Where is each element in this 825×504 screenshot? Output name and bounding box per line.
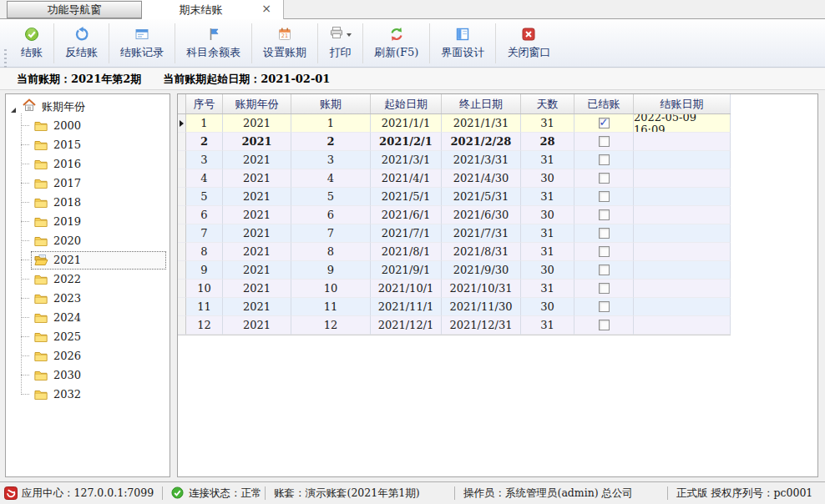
tree-item-year[interactable]: 2025 [31, 327, 170, 346]
closed-checkbox[interactable] [599, 154, 610, 165]
panel-splitter[interactable] [171, 93, 176, 477]
column-header-start-date[interactable]: 起始日期 [371, 94, 442, 113]
toolbar-button-label: 打印 [330, 45, 352, 60]
table-row[interactable]: 2 2021 2 2021/2/1 2021/2/28 28 [178, 133, 731, 151]
closed-checkbox[interactable] [599, 265, 610, 275]
tree-root-label: 账期年份 [42, 99, 85, 114]
closed-checkbox[interactable] [599, 136, 610, 147]
folder-icon [33, 349, 48, 364]
table-row[interactable]: 6 2021 6 2021/6/1 2021/6/30 30 [178, 206, 731, 224]
row-indicator-cell [178, 261, 186, 280]
closed-checkbox[interactable] [599, 246, 610, 257]
column-header-end-date[interactable]: 终止日期 [442, 94, 521, 113]
column-header-closed[interactable]: 已结账 [574, 94, 634, 113]
ui-design-button[interactable]: 界面设计 [430, 23, 495, 64]
tree-item-year[interactable]: 2024 [31, 308, 170, 327]
tree-item-year[interactable]: 2032 [31, 385, 170, 404]
print-button[interactable]: 打印 [318, 23, 362, 64]
closed-checkbox[interactable] [599, 118, 610, 129]
tab-period-end-closing[interactable]: 期末结账 × [142, 0, 284, 19]
cell-start-date: 2021/7/1 [371, 224, 442, 243]
table-row[interactable]: 9 2021 9 2021/9/1 2021/9/30 30 [178, 261, 731, 280]
closed-checkbox[interactable] [599, 283, 610, 294]
cell-year: 2021 [223, 298, 291, 316]
tree-item-year[interactable]: 2021 [31, 250, 170, 270]
closed-checkbox[interactable] [599, 228, 610, 239]
tree-item-year[interactable]: 2018 [31, 193, 170, 212]
cell-closed [574, 169, 634, 188]
cell-start-date: 2021/5/1 [371, 188, 442, 206]
tree-expander-icon[interactable] [10, 103, 17, 110]
row-indicator-cell [178, 224, 186, 243]
cell-seq: 7 [186, 224, 223, 243]
set-period-button[interactable]: 21 设置账期 [252, 23, 317, 64]
row-indicator-cell [178, 206, 186, 224]
table-row[interactable]: 4 2021 4 2021/4/1 2021/4/30 30 [178, 169, 731, 188]
tree-item-year[interactable]: 2000 [31, 116, 170, 135]
close-records-button[interactable]: 结账记录 [109, 23, 175, 64]
table-row[interactable]: 12 2021 12 2021/12/1 2021/12/31 31 [178, 316, 731, 335]
tree-item-year[interactable]: 2022 [31, 270, 170, 289]
close-window-button[interactable]: 关闭窗口 [496, 23, 561, 64]
tree-item-year[interactable]: 2016 [31, 154, 170, 174]
refresh-button[interactable]: 刷新(F5) [363, 23, 429, 64]
cell-closed [574, 206, 634, 224]
reverse-close-button[interactable]: 反结账 [54, 23, 109, 64]
cell-end-date: 2021/1/31 [442, 114, 521, 133]
tree-item-year[interactable]: 2015 [31, 135, 170, 154]
table-row[interactable]: 3 2021 3 2021/3/1 2021/3/31 31 [178, 151, 731, 169]
tree-item-year[interactable]: 2030 [31, 365, 170, 385]
tree-item-year[interactable]: 2023 [31, 289, 170, 308]
cell-start-date: 2021/12/1 [371, 316, 442, 335]
cell-seq: 6 [186, 206, 223, 224]
cell-end-date: 2021/10/31 [442, 280, 521, 298]
cell-closed [574, 151, 634, 169]
cell-period: 7 [291, 224, 371, 243]
closed-checkbox[interactable] [599, 209, 610, 220]
close-period-button[interactable]: 结账 [10, 23, 53, 64]
print-dropdown-arrow[interactable] [347, 33, 352, 37]
cell-days: 31 [521, 188, 574, 206]
cell-period: 8 [291, 243, 371, 261]
undo-icon [74, 27, 89, 42]
table-row[interactable]: 1 2021 1 2021/1/1 2021/1/31 31 2022-05-0… [178, 114, 731, 133]
cell-close-date [634, 151, 731, 169]
table-row[interactable]: 11 2021 11 2021/11/1 2021/11/30 30 [178, 298, 731, 316]
closed-checkbox[interactable] [599, 191, 610, 202]
column-header-close-date[interactable]: 结账日期 [634, 94, 731, 113]
closed-checkbox[interactable] [599, 320, 610, 330]
column-header-days[interactable]: 天数 [521, 94, 574, 113]
account-balance-button[interactable]: 科目余额表 [175, 23, 251, 64]
tree-item-year[interactable]: 2019 [31, 212, 170, 231]
table-row[interactable]: 10 2021 10 2021/10/1 2021/10/31 31 [178, 280, 731, 298]
cell-end-date: 2021/3/31 [442, 151, 521, 169]
cell-closed [574, 188, 634, 206]
cell-year: 2021 [223, 133, 291, 151]
tree-item-year[interactable]: 2020 [31, 231, 170, 250]
column-header-year[interactable]: 账期年份 [223, 94, 291, 113]
cell-period: 6 [291, 206, 371, 224]
close-tab-icon[interactable]: × [260, 3, 273, 16]
tree-item-label: 2022 [53, 273, 81, 285]
column-header-period[interactable]: 账期 [291, 94, 371, 113]
table-row[interactable]: 7 2021 7 2021/7/1 2021/7/31 31 [178, 224, 731, 243]
tab-function-nav[interactable]: 功能导航窗 [7, 1, 142, 18]
folder-icon [33, 157, 48, 172]
cell-start-date: 2021/9/1 [371, 261, 442, 280]
cell-close-date [634, 224, 731, 243]
folder-icon [33, 368, 48, 383]
cell-close-date [634, 188, 731, 206]
cell-close-date [634, 298, 731, 316]
table-row[interactable]: 8 2021 8 2021/8/1 2021/8/31 31 [178, 243, 731, 261]
cell-days: 31 [521, 114, 574, 133]
column-header-seq[interactable]: 序号 [186, 94, 223, 113]
cell-seq: 1 [186, 114, 223, 133]
status-app-center: 应用中心：127.0.0.1:7099 [0, 486, 163, 500]
tree-root-period-years[interactable]: 账期年份 [6, 97, 170, 116]
closed-checkbox[interactable] [599, 301, 610, 312]
tree-item-year[interactable]: 2026 [31, 346, 170, 365]
closed-checkbox[interactable] [599, 173, 610, 184]
table-row[interactable]: 5 2021 5 2021/5/1 2021/5/31 31 [178, 188, 731, 206]
cell-days: 30 [521, 298, 574, 316]
tree-item-year[interactable]: 2017 [31, 174, 170, 193]
